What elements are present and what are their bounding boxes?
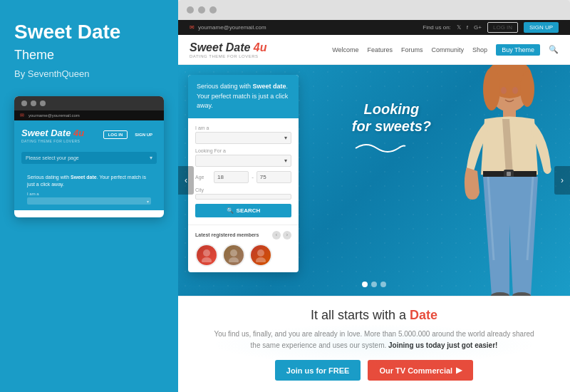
- hero-tagline-line2: for sweets?: [352, 118, 431, 135]
- facebook-icon[interactable]: f: [467, 24, 468, 31]
- form-iam-select[interactable]: ▾: [195, 132, 291, 144]
- form-panel-title: Serious dating with Sweet date. Your per…: [197, 82, 290, 111]
- site-topbar-right: Find us on: 𝕏 f G+ LOG IN SIGN UP: [423, 22, 559, 33]
- form-search-btn[interactable]: 🔍 SEARCH: [195, 204, 291, 217]
- topbar-signup-btn[interactable]: SIGN UP: [524, 22, 559, 33]
- form-iam-arrow-icon: ▾: [284, 135, 287, 141]
- site-bottom: It all starts with a Date You find us, f…: [178, 296, 570, 392]
- nav-search-icon[interactable]: 🔍: [549, 45, 559, 54]
- form-lookingfor-arrow-icon: ▾: [284, 158, 287, 164]
- mini-browser: ✉ yourname@youremail.com Sweet Date 4u D…: [14, 96, 164, 218]
- site-topbar: ✉ yourname@youremail.com Find us on: 𝕏 f…: [178, 20, 570, 35]
- carousel-next-btn[interactable]: ›: [554, 166, 570, 195]
- form-iam-row: I am a ▾: [195, 125, 291, 144]
- carousel-dot-3[interactable]: [380, 282, 386, 287]
- form-age-from-select[interactable]: 18: [214, 171, 249, 183]
- browser-dot-2: [198, 6, 205, 14]
- svg-point-2: [230, 249, 237, 257]
- form-panel-header: Serious dating with Sweet date. Your per…: [188, 75, 299, 118]
- nav-community[interactable]: Community: [432, 46, 465, 53]
- mini-field-label: I am a: [27, 192, 151, 196]
- search-btn-label: SEARCH: [237, 207, 261, 214]
- form-lookingfor-select[interactable]: ▾: [195, 155, 291, 167]
- mini-dot-2: [31, 100, 36, 106]
- mini-form-text: Serious dating with Sweet date. Your per…: [27, 174, 151, 188]
- mini-page-select[interactable]: Please select your page ▾: [21, 152, 157, 164]
- svg-point-16: [501, 87, 507, 94]
- form-members-avatars: [195, 244, 291, 267]
- member-avatar-1[interactable]: [195, 244, 218, 267]
- googleplus-icon[interactable]: G+: [474, 24, 482, 31]
- nav-shop[interactable]: Shop: [472, 46, 487, 53]
- site-topbar-left: ✉ yourname@youremail.com: [190, 24, 266, 31]
- left-panel: Sweet Date Theme By SeventhQueen ✉ yourn…: [0, 0, 178, 392]
- app-title: Sweet Date: [14, 21, 164, 43]
- form-age-to-value: 75: [260, 174, 266, 180]
- svg-point-9: [520, 71, 534, 107]
- hero-tagline: Looking for sweets?: [352, 100, 431, 159]
- site-nav: Sweet Date 4u DATING THEME FOR LOVERS We…: [178, 35, 570, 65]
- svg-point-8: [483, 68, 500, 110]
- hero-woman-figure: [431, 65, 563, 296]
- svg-point-4: [257, 249, 264, 257]
- mini-dot-1: [21, 100, 27, 106]
- main-browser: ✉ yourname@youremail.com Find us on: 𝕏 f…: [178, 0, 570, 392]
- topbar-login-btn[interactable]: LOG IN: [487, 22, 518, 33]
- svg-point-5: [256, 257, 266, 262]
- svg-point-3: [229, 257, 239, 262]
- mini-logo-area: Sweet Date 4u DATING THEME FOR LOVERS LO…: [14, 120, 164, 148]
- mini-select-text: Please select your page: [26, 155, 79, 160]
- find-us-text: Find us on:: [423, 24, 451, 31]
- right-panel: ✉ yourname@youremail.com Find us on: 𝕏 f…: [178, 0, 570, 392]
- mini-browser-content: ✉ yourname@youremail.com Sweet Date 4u D…: [14, 110, 164, 211]
- member-avatar-3[interactable]: [249, 244, 272, 267]
- app-author: By SeventhQueen: [14, 68, 164, 79]
- world-map-overlay: [178, 296, 570, 392]
- site-logo: Sweet Date 4u DATING THEME FOR LOVERS: [190, 41, 266, 58]
- svg-point-0: [203, 249, 210, 257]
- nav-features[interactable]: Features: [368, 46, 393, 53]
- members-next-btn[interactable]: ›: [283, 231, 291, 239]
- mini-email-text: yourname@youremail.com: [28, 113, 80, 118]
- form-panel-body: I am a ▾ Looking For a ▾ Age: [188, 118, 299, 225]
- topbar-email: yourname@youremail.com: [198, 24, 266, 31]
- carousel-dot-1[interactable]: [362, 282, 368, 287]
- mini-logo: Sweet Date 4u DATING THEME FOR LOVERS: [21, 126, 84, 143]
- mini-auth-btns: LOG IN SIGN UP: [103, 130, 157, 139]
- mini-dot-3: [40, 100, 46, 106]
- mini-signup-btn[interactable]: SIGN UP: [130, 130, 157, 139]
- avatar-female-2-img: [251, 245, 271, 265]
- nav-forums[interactable]: Forums: [401, 46, 423, 53]
- mini-logo-sub: DATING THEME FOR LOVERS: [21, 139, 84, 143]
- form-iam-label: I am a: [195, 125, 291, 130]
- carousel-dot-2[interactable]: [371, 282, 377, 287]
- nav-welcome[interactable]: Welcome: [332, 46, 358, 53]
- form-city-input[interactable]: [195, 194, 291, 200]
- form-age-dash: -: [252, 174, 254, 180]
- browser-dot-1: [187, 6, 194, 14]
- twitter-icon[interactable]: 𝕏: [457, 24, 461, 31]
- form-members-title: Latest registered members: [195, 232, 259, 237]
- form-age-to-select[interactable]: 75: [256, 171, 291, 183]
- form-city-row: City: [195, 187, 291, 200]
- form-city-label: City: [195, 187, 291, 192]
- main-browser-bar: [178, 0, 570, 20]
- mini-topbar: ✉ yourname@youremail.com: [14, 110, 164, 120]
- avatar-male-1-img: [224, 245, 244, 265]
- mini-field[interactable]: ▾: [27, 197, 151, 205]
- browser-dot-3: [209, 6, 217, 14]
- members-prev-btn[interactable]: ‹: [272, 231, 281, 239]
- svg-point-17: [512, 87, 518, 94]
- svg-rect-13: [507, 172, 511, 176]
- member-avatar-2[interactable]: [222, 244, 245, 267]
- nav-buy-theme[interactable]: Buy Theme: [496, 44, 540, 56]
- mini-login-btn[interactable]: LOG IN: [103, 130, 128, 139]
- app-subtitle: Theme: [14, 48, 164, 63]
- carousel-prev-btn[interactable]: ‹: [178, 166, 194, 195]
- hero-tagline-line1: Looking: [352, 100, 431, 118]
- site-nav-links: Welcome Features Forums Community Shop B…: [332, 44, 559, 56]
- form-members: Latest registered members ‹ ›: [188, 225, 299, 272]
- form-members-header: Latest registered members ‹ ›: [195, 231, 291, 239]
- avatar-female-1-img: [197, 245, 217, 265]
- topbar-email-icon: ✉: [190, 24, 195, 31]
